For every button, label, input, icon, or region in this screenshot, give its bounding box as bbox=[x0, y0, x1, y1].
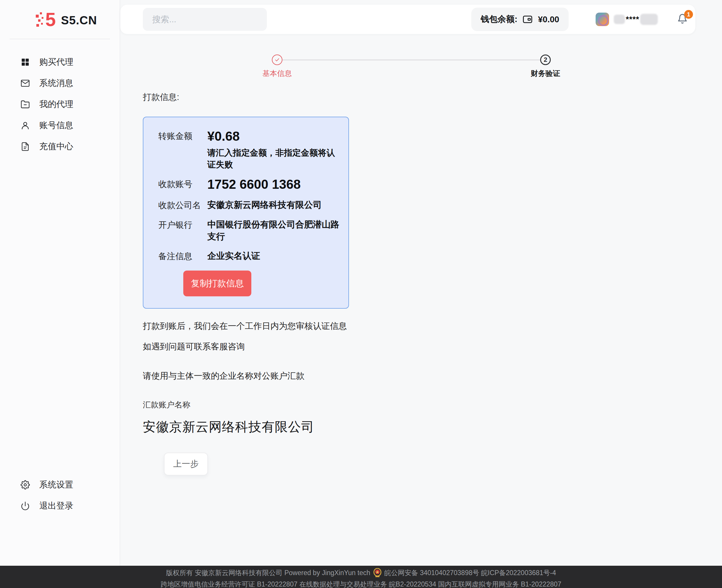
footer-line-2: 跨地区增值电信业务经营许可证 B1-20222807 在线数据处理与交易处理业务… bbox=[161, 580, 561, 588]
sidebar-item-label: 账号信息 bbox=[39, 120, 73, 131]
payment-row-label: 收款公司名 bbox=[158, 198, 207, 211]
sidebar-bottom-menu: 系统设置 退出登录 bbox=[0, 474, 120, 517]
payment-row-label: 转账金额 bbox=[158, 129, 207, 171]
step-number-circle: 2 bbox=[540, 55, 551, 65]
sidebar-item-label: 系统设置 bbox=[39, 479, 73, 491]
masked-stars: **** bbox=[626, 15, 639, 24]
logo-text: S5.CN bbox=[61, 14, 97, 27]
transfer-amount-value: ¥0.68 bbox=[207, 129, 339, 144]
stepper-connector bbox=[283, 60, 540, 60]
payment-row-company: 收款公司名 安徽京新云网络科技有限公司 bbox=[158, 198, 339, 211]
previous-step-button[interactable]: 上一步 bbox=[164, 453, 208, 476]
grid-icon bbox=[21, 58, 30, 67]
sidebar-item-my-proxies[interactable]: 我的代理 bbox=[0, 94, 120, 115]
sidebar-item-recharge-center[interactable]: 充值中心 bbox=[0, 136, 120, 157]
sidebar-item-label: 系统消息 bbox=[39, 77, 73, 89]
footer-copyright: 版权所有 安徽京新云网络科技有限公司 Powered by JingXinYun… bbox=[166, 568, 370, 578]
note-review-time: 打款到账后，我们会在一个工作日内为您审核认证信息 bbox=[143, 320, 722, 332]
topbar: 钱包余额: ¥0.00 **** 1 bbox=[120, 5, 695, 34]
sidebar-item-logout[interactable]: 退出登录 bbox=[0, 496, 120, 517]
logo-glyph: 5 bbox=[45, 9, 56, 30]
copy-payment-info-button[interactable]: 复制打款信息 bbox=[183, 271, 251, 296]
note-use-company-account: 请使用与主体一致的企业名称对公账户汇款 bbox=[143, 370, 722, 382]
payment-row-label: 收款账号 bbox=[158, 177, 207, 192]
bank-value: 中国银行股份有限公司合肥潜山路支行 bbox=[207, 218, 339, 243]
sidebar-item-system-messages[interactable]: 系统消息 bbox=[0, 73, 120, 94]
remit-account-label: 汇款账户名称 bbox=[143, 400, 722, 410]
power-icon bbox=[21, 501, 30, 511]
avatar[interactable] bbox=[596, 13, 609, 26]
note-contact-support: 如遇到问题可联系客服咨询 bbox=[143, 341, 722, 353]
payment-section-title: 打款信息: bbox=[143, 91, 722, 103]
sidebar-item-system-settings[interactable]: 系统设置 bbox=[0, 474, 120, 496]
step-done-circle bbox=[272, 55, 283, 65]
sidebar-item-label: 退出登录 bbox=[39, 500, 73, 512]
logo-icon: 5 bbox=[35, 10, 56, 30]
sidebar-menu: 购买代理 系统消息 我的代理 账号信息 bbox=[0, 51, 120, 157]
wallet-balance-label: 钱包余额: bbox=[481, 14, 518, 25]
payment-row-amount: 转账金额 ¥0.68 请汇入指定金额，非指定金额将认证失败 bbox=[158, 129, 339, 171]
payment-info-card: 转账金额 ¥0.68 请汇入指定金额，非指定金额将认证失败 收款账号 1752 … bbox=[143, 117, 349, 309]
mail-icon bbox=[21, 79, 30, 88]
step-label: 财务验证 bbox=[531, 69, 560, 78]
footer-beian: 皖公网安备 34010402703898号 皖ICP备2022003681号-4 bbox=[385, 568, 556, 578]
check-icon bbox=[274, 57, 280, 63]
sidebar-item-label: 我的代理 bbox=[39, 99, 73, 110]
notes-section: 打款到账后，我们会在一个工作日内为您审核认证信息 如遇到问题可联系客服咨询 请使… bbox=[143, 320, 722, 436]
remit-account-name: 安徽京新云网络科技有限公司 bbox=[143, 418, 722, 436]
step-basic-info: 基本信息 bbox=[263, 55, 292, 78]
folder-icon bbox=[21, 100, 30, 109]
masked-blob bbox=[640, 14, 658, 25]
transfer-amount-note: 请汇入指定金额，非指定金额将认证失败 bbox=[207, 147, 339, 171]
search-input[interactable] bbox=[143, 8, 267, 31]
topbar-right: 钱包余额: ¥0.00 **** 1 bbox=[471, 8, 688, 31]
user-icon bbox=[21, 121, 30, 130]
sidebar-item-label: 购买代理 bbox=[39, 56, 73, 68]
gear-icon bbox=[21, 480, 30, 489]
notification-badge: 1 bbox=[684, 10, 693, 19]
payment-row-bank: 开户银行 中国银行股份有限公司合肥潜山路支行 bbox=[158, 218, 339, 243]
sidebar-item-label: 充值中心 bbox=[39, 141, 73, 152]
remark-value: 企业实名认证 bbox=[207, 249, 260, 262]
logo: 5 S5.CN bbox=[0, 0, 120, 30]
sidebar: 5 S5.CN 购买代理 系统消息 bbox=[0, 0, 120, 566]
public-security-badge-icon bbox=[373, 568, 381, 578]
footer: 版权所有 安徽京新云网络科技有限公司 Powered by JingXinYun… bbox=[0, 566, 722, 588]
document-icon bbox=[21, 142, 30, 151]
receiving-account-value: 1752 6600 1368 bbox=[207, 177, 301, 192]
payment-row-remark: 备注信息 企业实名认证 bbox=[158, 249, 339, 262]
wallet-balance[interactable]: 钱包余额: ¥0.00 bbox=[471, 8, 569, 31]
main-content: 钱包余额: ¥0.00 **** 1 bbox=[120, 0, 722, 566]
footer-licenses: 跨地区增值电信业务经营许可证 B1-20222807 在线数据处理与交易处理业务… bbox=[161, 580, 561, 588]
receiving-company-value: 安徽京新云网络科技有限公司 bbox=[207, 198, 322, 211]
payment-row-label: 备注信息 bbox=[158, 249, 207, 262]
sidebar-divider bbox=[10, 39, 110, 39]
page: 5 S5.CN 购买代理 系统消息 bbox=[0, 0, 722, 566]
wallet-balance-amount: ¥0.00 bbox=[538, 15, 559, 24]
footer-line-1: 版权所有 安徽京新云网络科技有限公司 Powered by JingXinYun… bbox=[166, 568, 556, 578]
username-masked[interactable]: **** bbox=[614, 14, 658, 25]
step-label: 基本信息 bbox=[263, 69, 292, 78]
step-finance-verify: 2 财务验证 bbox=[531, 55, 560, 78]
notification-bell[interactable]: 1 bbox=[677, 14, 688, 25]
payment-row-label: 开户银行 bbox=[158, 218, 207, 243]
sidebar-item-account-info[interactable]: 账号信息 bbox=[0, 115, 120, 136]
sidebar-item-buy-proxy[interactable]: 购买代理 bbox=[0, 51, 120, 73]
stepper: 基本信息 2 财务验证 bbox=[120, 55, 722, 85]
masked-blob bbox=[614, 15, 625, 24]
wallet-icon bbox=[522, 14, 533, 25]
payment-row-account: 收款账号 1752 6600 1368 bbox=[158, 177, 339, 192]
